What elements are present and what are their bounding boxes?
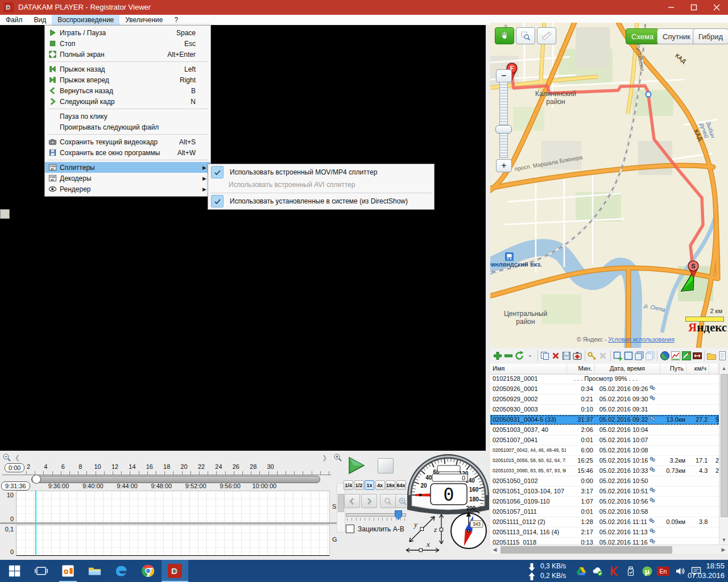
menubar-item-4[interactable]: Увеличение — [119, 15, 168, 25]
close-button[interactable] — [705, 0, 728, 15]
scroll-right-icon[interactable]: ▶ — [719, 545, 728, 554]
report-icon[interactable] — [717, 350, 728, 361]
menu-item[interactable]: Проигрывать следующий файл — [45, 122, 210, 132]
panel-handle[interactable] — [0, 209, 10, 219]
timeline-scroll-left-icon[interactable]: ❮ — [15, 454, 20, 462]
table-row[interactable]: 01021528_0001. . . Просмотр 99% . . . — [490, 374, 719, 384]
globe-icon[interactable] — [659, 350, 670, 361]
table-row[interactable]: 02051057_01110:0105.02.2016 10:58 — [490, 507, 719, 517]
copy-icon[interactable] — [540, 350, 551, 361]
gsensor-graph[interactable] — [16, 525, 330, 556]
map-zoom-out-button[interactable]: − — [496, 69, 512, 82]
menu-item[interactable]: Играть / ПаузаSpace — [45, 27, 210, 38]
taskbar-datakam-button[interactable]: D — [162, 560, 188, 582]
menubar-item-1[interactable]: Файл — [0, 15, 28, 25]
table-row[interactable]: 02050926_00010:3405.02.2016 09:26 — [490, 384, 719, 394]
film-icon[interactable] — [692, 350, 702, 361]
menu-item[interactable]: CODECДекодеры▶ — [45, 173, 210, 184]
map-tool-ruler-button[interactable] — [537, 27, 556, 44]
speed-64x-button[interactable]: 64x — [396, 480, 406, 490]
table-row[interactable]: 02051007_0042, 44, 46, 48-49, 51-52 (1..… — [490, 446, 719, 456]
refresh-icon[interactable] — [514, 350, 525, 361]
submenu-item[interactable]: Использовать встроенный MOV/MP4 сплиттер — [208, 166, 434, 178]
menu-item[interactable]: Сохранить текущий видеокадрAlt+S — [45, 136, 210, 147]
taskbar-photos-button[interactable] — [55, 560, 81, 582]
zoom-out-button[interactable] — [380, 494, 396, 508]
speed-graph[interactable] — [16, 490, 330, 523]
map-tool-hand-button[interactable] — [495, 27, 514, 44]
map-type-button-1[interactable]: Схема — [626, 28, 659, 44]
add-icon[interactable] — [493, 350, 503, 361]
table-row[interactable]: 02051050_01020:0005.02.2016 10:50 — [490, 476, 719, 487]
map-panel[interactable]: F S Калининский районул. РуставелиКАДКАД… — [490, 23, 728, 348]
clock-time[interactable]: 18:55 — [706, 562, 725, 570]
taskbar-explorer-button[interactable] — [81, 560, 108, 582]
table-vertical-scrollbar[interactable]: ▲ ▼ — [719, 364, 728, 544]
speed-16x-button[interactable]: 16x — [386, 480, 395, 490]
tray-cloudsync-icon[interactable] — [592, 566, 603, 577]
menu-item[interactable]: CODECСплиттеры▶ — [45, 162, 210, 173]
table-row[interactable]: 02051051_0103-104, 107 (6)3:1705.02.2016… — [490, 487, 719, 497]
speed-1/4-button[interactable]: 1/4 — [344, 480, 353, 490]
timeline-zoom-out-icon[interactable] — [2, 453, 12, 463]
table-row[interactable]: 02051111_0112 (2)1:2805.02.2016 11:110.0… — [490, 517, 719, 527]
menubar-item-3[interactable]: Воспроизведение — [52, 15, 119, 25]
mapexp-icon[interactable] — [681, 350, 692, 361]
menubar-item-2[interactable]: Вид — [28, 15, 52, 25]
submenu-item[interactable]: Использовать установленные в системе (из… — [208, 195, 434, 207]
step-forward-button[interactable] — [361, 494, 377, 508]
medkit-icon[interactable] — [572, 350, 583, 361]
speed-4x-button[interactable]: 4x — [375, 480, 385, 490]
menu-item[interactable]: Прыжок назадLeft — [45, 64, 210, 74]
map-zoom-handle[interactable] — [495, 125, 512, 134]
volume-icon[interactable] — [675, 566, 686, 577]
tray-gdrive-icon[interactable] — [576, 566, 587, 577]
unlink-icon[interactable] — [598, 350, 609, 361]
taskbar-start-button[interactable] — [1, 560, 28, 582]
timeline-slider-knob[interactable] — [32, 475, 41, 484]
table-row[interactable]: 02050931_0004-5 (33)31:3705.02.2016 09:3… — [490, 415, 719, 425]
submenu-item[interactable]: Использовать встроенный AVI сплиттер — [208, 178, 434, 191]
table-row[interactable]: 02051056_0109-1101:0705.02.2016 10:56 — [490, 497, 719, 507]
taskbar-taskview-button[interactable] — [28, 560, 55, 582]
remove-icon[interactable] — [503, 350, 514, 361]
maximize-button[interactable] — [682, 0, 705, 15]
folder-icon[interactable] — [706, 350, 717, 361]
terms-link[interactable]: Условия использования — [608, 336, 675, 343]
menu-item[interactable]: Сохранить все окно программыAlt+W — [45, 147, 210, 158]
clock-date[interactable]: 07.03.2016 — [688, 571, 725, 580]
table-horizontal-scrollbar[interactable]: ◀ ▶ — [490, 544, 728, 554]
more-icon[interactable] — [525, 350, 536, 361]
stop-button[interactable] — [378, 458, 394, 473]
step-back-button[interactable] — [344, 494, 360, 508]
table-header[interactable]: ИмяМин.Дата, времяПутькм/ч — [490, 364, 719, 375]
menu-item[interactable]: Вернуться назадB — [45, 85, 210, 96]
chart-icon[interactable] — [670, 350, 681, 361]
tray-utorrent-icon[interactable]: µ — [642, 566, 653, 577]
column-header-1[interactable]: Имя — [490, 364, 567, 374]
frames-icon[interactable] — [634, 350, 644, 361]
table-row[interactable]: 02051003_0037, 402:0605.02.2016 10:04 — [490, 425, 719, 435]
menu-item[interactable]: Рендерер▶ — [45, 184, 210, 194]
key-icon[interactable] — [587, 350, 598, 361]
tray-kaspersky-icon[interactable] — [609, 566, 620, 577]
framesd-icon[interactable] — [644, 350, 655, 361]
table-row[interactable]: 02050929_00020:2105.02.2016 09:30 — [490, 394, 719, 405]
column-header-5[interactable]: км/ч — [686, 364, 709, 374]
table-row[interactable]: 02051113_0114, 116 (4)2:1705.02.2016 11:… — [490, 527, 719, 538]
menu-item[interactable]: Прыжок впередRight — [45, 74, 210, 85]
map-tool-magsel-button[interactable] — [516, 27, 535, 44]
map-type-button-2[interactable]: Спутник — [657, 28, 696, 44]
minimize-button[interactable] — [660, 0, 682, 15]
table-row[interactable]: 02050930_00030:1005.02.2016 09:31 — [490, 405, 719, 415]
map-zoom-slider[interactable] — [499, 82, 508, 158]
timeline-slider[interactable] — [31, 476, 320, 483]
frameadd-icon[interactable] — [612, 350, 623, 361]
menu-item[interactable]: Пауза по клику — [45, 111, 210, 122]
menu-item[interactable]: СтопEsc — [45, 38, 210, 49]
table-row[interactable]: 02051015_0056, 58, 60, 62, 64, 71, 75 (.… — [490, 456, 719, 466]
taskbar-chrome-button[interactable] — [135, 560, 162, 582]
scroll-down-icon[interactable]: ▼ — [719, 535, 728, 544]
menu-item[interactable]: Следующий кадрN — [45, 96, 210, 107]
column-header-extra[interactable] — [709, 364, 719, 374]
